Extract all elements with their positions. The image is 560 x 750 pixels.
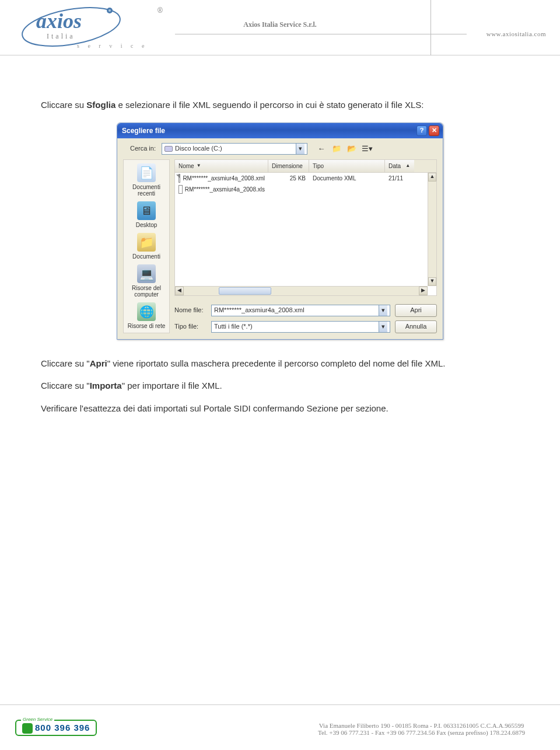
footer-contact: Via Emanuele Filiberto 190 - 00185 Roma … xyxy=(318,722,525,736)
paragraph-4: Verificare l'esattezza dei dati importat… xyxy=(41,402,519,416)
scroll-thumb[interactable] xyxy=(219,287,271,295)
back-icon[interactable]: ← xyxy=(316,143,327,155)
recent-icon: 📄 xyxy=(137,163,156,182)
file-row[interactable]: RM*******_axsmiur4a_2008.xls xyxy=(175,184,436,195)
svg-point-2 xyxy=(108,9,111,12)
help-button[interactable]: ? xyxy=(416,125,427,136)
lookin-dropdown[interactable]: Disco locale (C:) ▾ xyxy=(162,143,307,155)
horizontal-scrollbar[interactable]: ◀ ▶ xyxy=(175,286,428,295)
place-computer[interactable]: 💻 Risorse del computer xyxy=(125,264,168,298)
phone-number: 800 396 396 xyxy=(35,723,90,732)
scroll-up-icon[interactable]: ▲ xyxy=(428,173,436,182)
views-icon[interactable]: ☰▾ xyxy=(361,143,373,155)
green-service-label: Green Service xyxy=(21,717,54,722)
company-name: Axios Italia Service S.r.l. xyxy=(243,20,317,29)
place-recent[interactable]: 📄 Documenti recenti xyxy=(125,163,168,197)
header-divider xyxy=(175,34,467,34)
document-body: Cliccare su Sfoglia e selezionare il fil… xyxy=(0,58,560,415)
vertical-scrollbar[interactable]: ▲ ▼ xyxy=(428,173,436,286)
bold-sfoglia: Sfoglia xyxy=(86,100,116,110)
filename-label: Nome file: xyxy=(174,305,206,315)
paragraph-1: Cliccare su Sfoglia e selezionare il fil… xyxy=(41,99,519,112)
filename-input[interactable]: RM*******_axsmiur4a_2008.xml ▾ xyxy=(211,305,390,316)
svg-text:axios: axios xyxy=(36,9,82,33)
titlebar: Scegliere file ? ✕ xyxy=(117,123,443,138)
place-desktop[interactable]: 🖥 Desktop xyxy=(136,201,158,228)
header-vertical-divider xyxy=(430,0,431,55)
up-folder-icon[interactable]: 📁 xyxy=(331,143,342,155)
col-size[interactable]: Dimensione xyxy=(268,160,309,172)
cancel-button[interactable]: Annulla xyxy=(395,320,437,333)
close-button[interactable]: ✕ xyxy=(429,125,439,136)
chevron-down-icon[interactable]: ▾ xyxy=(296,144,304,154)
paragraph-2: Cliccare su "Apri" viene riportato sulla… xyxy=(41,357,519,371)
place-network[interactable]: 🌐 Risorse di rete xyxy=(128,302,165,329)
disk-icon xyxy=(164,146,173,152)
scroll-left-icon[interactable]: ◀ xyxy=(175,287,184,295)
file-open-dialog: Scegliere file ? ✕ Cerca in: Disco local… xyxy=(117,123,443,340)
lookin-value: Disco locale (C:) xyxy=(175,144,222,154)
place-documents[interactable]: 📁 Documenti xyxy=(132,233,160,260)
file-list[interactable]: RM*******_axsmiur4a_2008.xml 25 KB Docum… xyxy=(174,173,437,296)
col-name[interactable]: Nome▼ xyxy=(175,160,268,172)
window-title: Scegliere file xyxy=(121,125,165,136)
bold-importa: Importa xyxy=(90,381,122,390)
svg-text:Italia: Italia xyxy=(47,32,75,40)
open-button[interactable]: Apri xyxy=(395,304,437,317)
svg-text:s e r v i c e: s e r v i c e xyxy=(77,43,148,49)
col-type[interactable]: Tipo xyxy=(309,160,385,172)
chevron-down-icon[interactable]: ▾ xyxy=(379,322,387,332)
page-footer: Green Service 800 396 396 Via Emanuele F… xyxy=(0,704,560,739)
page-header: axios Italia s e r v i c e ® Axios Itali… xyxy=(0,0,560,55)
phone-icon xyxy=(22,723,33,734)
file-xls-icon xyxy=(178,185,183,194)
file-xml-icon xyxy=(178,174,180,183)
lookin-label: Cerca in: xyxy=(123,144,158,154)
bold-apri: Apri xyxy=(90,358,107,368)
col-date[interactable]: Data▲ xyxy=(385,160,414,172)
svg-text:®: ® xyxy=(158,6,163,15)
places-bar: 📄 Documenti recenti 🖥 Desktop 📁 Document… xyxy=(123,159,170,333)
file-row[interactable]: RM*******_axsmiur4a_2008.xml 25 KB Docum… xyxy=(175,173,436,184)
filetype-label: Tipo file: xyxy=(174,322,206,332)
computer-icon: 💻 xyxy=(137,264,156,283)
green-service-box: Green Service 800 396 396 xyxy=(15,720,97,736)
network-icon: 🌐 xyxy=(137,302,156,321)
scroll-right-icon[interactable]: ▶ xyxy=(419,287,428,295)
desktop-icon: 🖥 xyxy=(137,201,156,220)
paragraph-3: Cliccare su "Importa" per importare il f… xyxy=(41,379,519,393)
filetype-dropdown[interactable]: Tutti i file (*.*) ▾ xyxy=(211,321,390,333)
new-folder-icon[interactable]: 📂 xyxy=(346,143,358,155)
logo: axios Italia s e r v i c e ® xyxy=(19,4,164,53)
documents-icon: 📁 xyxy=(137,233,156,252)
dialog-screenshot: Scegliere file ? ✕ Cerca in: Disco local… xyxy=(41,123,519,340)
website-url: www.axiositalia.com xyxy=(487,30,546,37)
scroll-down-icon[interactable]: ▼ xyxy=(428,277,436,286)
file-list-header: Nome▼ Dimensione Tipo Data▲ xyxy=(174,159,437,173)
chevron-down-icon[interactable]: ▾ xyxy=(379,305,387,316)
